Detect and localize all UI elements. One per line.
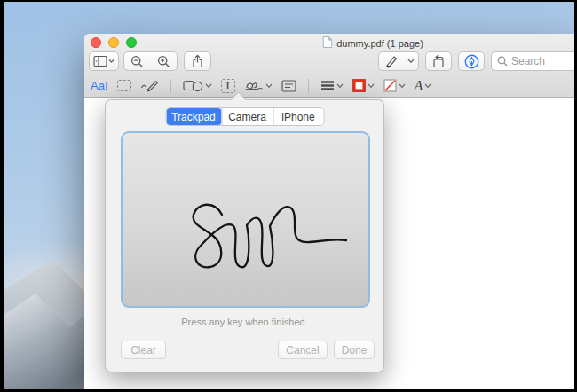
shapes-tool[interactable]: [183, 79, 212, 92]
sketch-tool[interactable]: [140, 79, 159, 92]
zoom-window-button[interactable]: [126, 37, 137, 48]
tab-camera[interactable]: Camera: [221, 108, 273, 125]
chevron-down-icon: [265, 83, 273, 89]
share-button[interactable]: [184, 51, 211, 71]
rotate-button[interactable]: [425, 51, 452, 71]
document-icon: [322, 35, 332, 51]
desktop: dummy.pdf (1 page): [4, 2, 574, 389]
cancel-button[interactable]: Cancel: [278, 341, 328, 359]
markup-toolbar: AaI: [84, 74, 574, 98]
chevron-down-icon: [336, 83, 344, 89]
rotate-icon: [431, 54, 446, 68]
text-tool[interactable]: T: [221, 79, 235, 93]
marker-pen-icon: [384, 54, 399, 68]
chevron-down-icon: [368, 83, 375, 89]
sidebar-icon: [93, 55, 115, 67]
text-tool-icon: T: [221, 79, 235, 93]
signature-stroke: [123, 133, 368, 306]
toolbar-divider: [308, 79, 309, 93]
minimize-button[interactable]: [108, 37, 119, 48]
markup-pen-chevron[interactable]: [404, 51, 419, 71]
toolbar-divider: [170, 79, 171, 93]
window-title: dummy.pdf (1 page): [336, 38, 423, 49]
shape-style-tool[interactable]: [320, 80, 344, 91]
rect-selection-tool[interactable]: [117, 80, 131, 91]
fill-color-tool[interactable]: [383, 79, 406, 92]
canvas-hint: Press any key when finished.: [106, 317, 383, 327]
text-selection-tool[interactable]: AaI: [91, 79, 108, 92]
signature-icon: [244, 79, 264, 92]
done-button[interactable]: Done: [334, 341, 375, 359]
clear-button[interactable]: Clear: [121, 341, 166, 359]
chevron-down-icon: [424, 83, 431, 89]
markup-pen-button[interactable]: [378, 51, 405, 71]
share-icon: [192, 54, 203, 68]
search-icon: [497, 56, 508, 67]
close-button[interactable]: [91, 37, 101, 48]
tab-iphone[interactable]: iPhone: [273, 108, 323, 125]
note-tool[interactable]: [281, 80, 296, 92]
window-title-group: dummy.pdf (1 page): [322, 35, 423, 51]
markup-toolbar-toggle[interactable]: [458, 51, 485, 71]
pen-nib-circle-icon: [464, 54, 479, 69]
text-style-icon: A: [415, 79, 423, 93]
border-color-icon: [352, 79, 366, 92]
signature-canvas[interactable]: [121, 131, 370, 308]
text-style-tool[interactable]: A: [415, 79, 432, 93]
chevron-down-icon: [399, 83, 406, 89]
line-weights-icon: [320, 80, 335, 91]
chevron-down-icon: [205, 83, 212, 89]
zoom-in-button[interactable]: [150, 51, 178, 71]
fill-color-icon: [383, 79, 397, 92]
signature-popover: Trackpad Camera iPhone Press any key whe…: [105, 99, 384, 372]
signature-tool[interactable]: [244, 79, 273, 92]
zoom-out-button[interactable]: [123, 51, 151, 71]
squiggle-pencil-icon: [140, 79, 159, 92]
zoom-out-icon: [130, 55, 144, 68]
tab-trackpad[interactable]: Trackpad: [166, 108, 221, 125]
note-icon: [281, 80, 296, 92]
border-color-tool[interactable]: [352, 79, 375, 92]
zoom-in-icon: [157, 55, 170, 68]
signature-source-tabs: Trackpad Camera iPhone: [165, 107, 324, 126]
search-field[interactable]: [491, 51, 574, 71]
sidebar-button[interactable]: [89, 51, 119, 71]
window-chrome: dummy.pdf (1 page): [84, 34, 574, 98]
dashed-rect-icon: [117, 80, 131, 91]
text-selection-icon: AaI: [91, 79, 108, 92]
shapes-icon: [183, 79, 203, 92]
chevron-down-icon: [407, 59, 415, 64]
search-input[interactable]: [511, 55, 573, 67]
traffic-lights: [91, 37, 137, 48]
